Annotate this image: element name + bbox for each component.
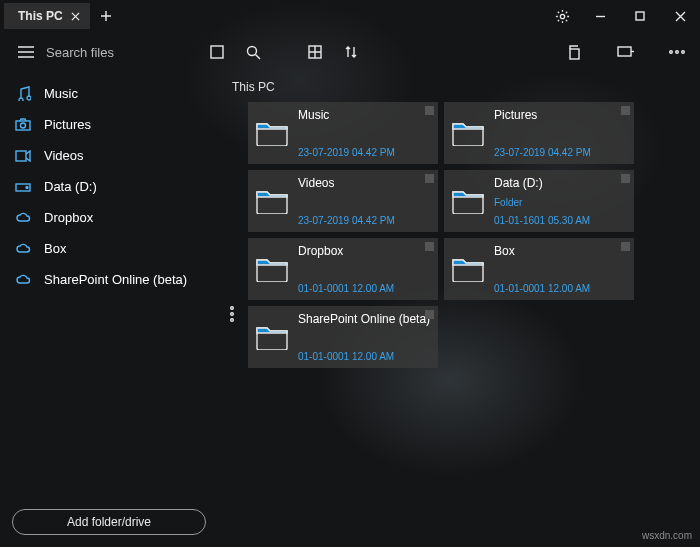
tile-data-d-[interactable]: Data (D:)Folder01-01-1601 05.30 AM bbox=[444, 170, 634, 232]
tile-subtype: Folder bbox=[494, 197, 628, 208]
tile-pictures[interactable]: Pictures23-07-2019 04.42 PM bbox=[444, 102, 634, 164]
folder-icon bbox=[444, 238, 492, 300]
svg-point-14 bbox=[26, 187, 28, 189]
tile-date: 01-01-1601 05.30 AM bbox=[494, 215, 628, 226]
sidebar-item-pictures[interactable]: Pictures bbox=[0, 109, 218, 140]
tile-box[interactable]: Box01-01-0001 12.00 AM bbox=[444, 238, 634, 300]
titlebar: This PC bbox=[0, 0, 700, 32]
sidebar-item-videos[interactable]: Videos bbox=[0, 140, 218, 171]
close-button[interactable] bbox=[660, 0, 700, 32]
ellipsis-icon bbox=[669, 50, 685, 54]
main-panel: This PC Music23-07-2019 04.42 PMPictures… bbox=[218, 72, 700, 547]
tile-videos[interactable]: Videos23-07-2019 04.42 PM bbox=[248, 170, 438, 232]
grid-icon bbox=[308, 45, 322, 59]
search-input[interactable] bbox=[46, 45, 156, 60]
sidebar-item-dropbox[interactable]: Dropbox bbox=[0, 202, 218, 233]
cast-button[interactable] bbox=[610, 32, 640, 72]
folder-icon bbox=[248, 306, 296, 368]
svg-point-9 bbox=[682, 51, 685, 54]
tile-checkbox[interactable] bbox=[621, 242, 630, 251]
square-icon bbox=[210, 45, 224, 59]
sidebar-item-box[interactable]: Box bbox=[0, 233, 218, 264]
tile-name: Music bbox=[298, 108, 432, 122]
tile-name: Box bbox=[494, 244, 628, 258]
tile-checkbox[interactable] bbox=[425, 106, 434, 115]
toolbar bbox=[0, 32, 700, 72]
svg-rect-1 bbox=[636, 12, 644, 20]
add-folder-button[interactable]: Add folder/drive bbox=[12, 509, 206, 535]
cloud-icon bbox=[14, 212, 32, 223]
tile-name: SharePoint Online (beta) bbox=[298, 312, 432, 326]
svg-point-7 bbox=[670, 51, 673, 54]
tile-music[interactable]: Music23-07-2019 04.42 PM bbox=[248, 102, 438, 164]
tile-name: Data (D:) bbox=[494, 176, 628, 190]
sidebar-item-label: Dropbox bbox=[44, 210, 93, 225]
tile-date: 01-01-0001 12.00 AM bbox=[298, 283, 432, 294]
tile-name: Dropbox bbox=[298, 244, 432, 258]
sidebar-item-label: Videos bbox=[44, 148, 84, 163]
camera-icon bbox=[14, 118, 32, 131]
tile-checkbox[interactable] bbox=[621, 174, 630, 183]
drive-icon bbox=[14, 181, 32, 192]
maximize-icon bbox=[635, 11, 645, 21]
tab-this-pc[interactable]: This PC bbox=[4, 3, 90, 29]
drag-dots-icon bbox=[229, 306, 235, 322]
search-button[interactable] bbox=[238, 32, 268, 72]
folder-icon bbox=[248, 238, 296, 300]
settings-button[interactable] bbox=[544, 0, 580, 32]
tile-checkbox[interactable] bbox=[621, 106, 630, 115]
sidebar-item-data-d-[interactable]: Data (D:) bbox=[0, 171, 218, 202]
tile-date: 23-07-2019 04.42 PM bbox=[298, 215, 432, 226]
minimize-icon bbox=[595, 11, 606, 22]
folder-icon bbox=[248, 170, 296, 232]
sort-button[interactable] bbox=[336, 32, 366, 72]
select-mode-button[interactable] bbox=[202, 32, 232, 72]
tile-date: 01-01-0001 12.00 AM bbox=[494, 283, 628, 294]
folder-icon bbox=[444, 170, 492, 232]
minimize-button[interactable] bbox=[580, 0, 620, 32]
new-tab-button[interactable] bbox=[90, 0, 122, 32]
hamburger-icon bbox=[18, 46, 34, 58]
folder-icon bbox=[444, 102, 492, 164]
folder-icon bbox=[248, 102, 296, 164]
svg-point-3 bbox=[247, 46, 256, 55]
tile-dropbox[interactable]: Dropbox01-01-0001 12.00 AM bbox=[248, 238, 438, 300]
tile-checkbox[interactable] bbox=[425, 310, 434, 319]
tile-name: Videos bbox=[298, 176, 432, 190]
svg-point-11 bbox=[21, 123, 26, 128]
body: MusicPicturesVideosData (D:)DropboxBoxSh… bbox=[0, 72, 700, 547]
sidebar-item-label: SharePoint Online (beta) bbox=[44, 272, 187, 287]
svg-rect-5 bbox=[570, 49, 579, 59]
maximize-button[interactable] bbox=[620, 0, 660, 32]
svg-point-8 bbox=[676, 51, 679, 54]
tile-grid: Music23-07-2019 04.42 PMPictures23-07-20… bbox=[248, 102, 634, 368]
sidebar-item-music[interactable]: Music bbox=[0, 78, 218, 109]
sidebar-item-label: Pictures bbox=[44, 117, 91, 132]
tile-date: 01-01-0001 12.00 AM bbox=[298, 351, 432, 362]
tile-date: 23-07-2019 04.42 PM bbox=[494, 147, 628, 158]
tile-sharepoint-online-beta-[interactable]: SharePoint Online (beta)01-01-0001 12.00… bbox=[248, 306, 438, 368]
tile-checkbox[interactable] bbox=[425, 242, 434, 251]
close-tab-icon[interactable] bbox=[71, 12, 80, 21]
layout-button[interactable] bbox=[300, 32, 330, 72]
sidebar-item-label: Music bbox=[44, 86, 78, 101]
svg-rect-2 bbox=[211, 46, 223, 58]
more-button[interactable] bbox=[662, 32, 692, 72]
tab-label: This PC bbox=[18, 9, 63, 23]
sidebar-list: MusicPicturesVideosData (D:)DropboxBoxSh… bbox=[0, 78, 218, 295]
svg-point-0 bbox=[560, 14, 564, 18]
close-icon bbox=[675, 11, 686, 22]
cloud-icon bbox=[14, 274, 32, 285]
tile-date: 23-07-2019 04.42 PM bbox=[298, 147, 432, 158]
svg-rect-6 bbox=[618, 47, 631, 56]
tile-checkbox[interactable] bbox=[425, 174, 434, 183]
breadcrumb[interactable]: This PC bbox=[224, 78, 684, 102]
watermark: wsxdn.com bbox=[642, 530, 692, 541]
tile-name: Pictures bbox=[494, 108, 628, 122]
sidebar-item-sharepoint-online-beta-[interactable]: SharePoint Online (beta) bbox=[0, 264, 218, 295]
video-icon bbox=[14, 150, 32, 162]
copy-button[interactable] bbox=[558, 32, 588, 72]
drag-handle[interactable] bbox=[224, 102, 240, 368]
menu-button[interactable] bbox=[12, 32, 40, 72]
sidebar: MusicPicturesVideosData (D:)DropboxBoxSh… bbox=[0, 72, 218, 547]
